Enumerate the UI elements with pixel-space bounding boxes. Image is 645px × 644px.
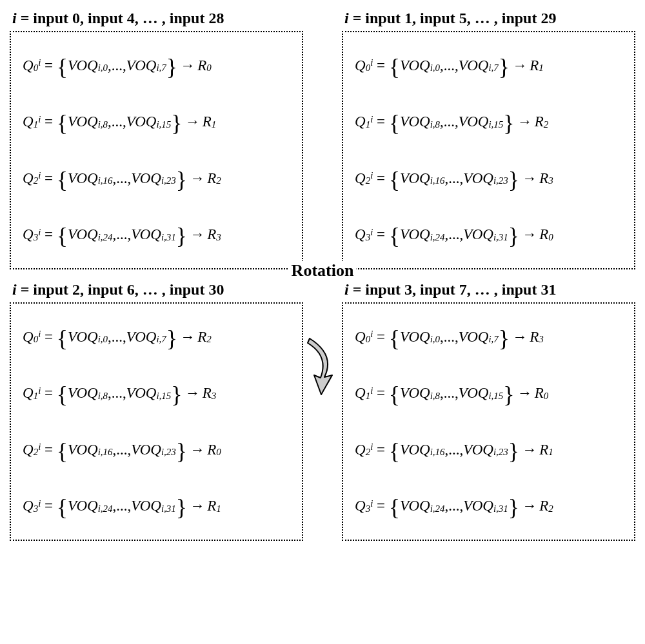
quad-2-title-text: = input 2, input 6, … , input 30: [17, 281, 224, 298]
rotation-arrow-icon: [300, 329, 345, 402]
quad-1-title-text: = input 1, input 5, … , input 29: [349, 10, 557, 26]
quad-2-box: Q0i = { VOQi,0,..., VOQi,7 }→ R2 Q1i = {…: [10, 302, 303, 541]
quad-1-title: i = input 1, input 5, … , input 29: [344, 10, 635, 27]
quad-0-title-i: i: [12, 10, 17, 26]
quad-0-title: i = input 0, input 4, … , input 28: [12, 10, 303, 27]
quad-0-box: Q0i = { VOQi,0,..., VOQi,7 }→ R0 Q1i = {…: [10, 31, 303, 269]
quad-3-eq-3: Q3i = { VOQi,24,..., VOQi,31 }→ R2: [355, 498, 628, 514]
diagram-grid: i = input 0, input 4, … , input 28 Q0i =…: [10, 10, 635, 541]
quad-2-eq-2: Q2i = { VOQi,16,..., VOQi,23 }→ R0: [23, 442, 295, 458]
quad-0-title-text: = input 0, input 4, … , input 28: [17, 10, 224, 26]
quad-3-title-i: i: [344, 281, 349, 298]
quad-0: i = input 0, input 4, … , input 28 Q0i =…: [10, 10, 303, 269]
quad-3-title: i = input 3, input 7, … , input 31: [344, 281, 635, 298]
quad-1-title-i: i: [344, 10, 349, 26]
quad-2-title-i: i: [12, 281, 17, 298]
quad-3-box: Q0i = { VOQi,0,..., VOQi,7 }→ R3 Q1i = {…: [342, 302, 635, 541]
quad-3-eq-1: Q1i = { VOQi,8,..., VOQi,15 }→ R0: [355, 385, 628, 402]
rotation-label: Rotation: [289, 261, 357, 280]
quad-2: i = input 2, input 6, … , input 30 Q0i =…: [10, 281, 303, 541]
quad-1-eq-0: Q0i = { VOQi,0,..., VOQi,7 }→ R1: [355, 57, 628, 74]
quad-1: i = input 1, input 5, … , input 29 Q0i =…: [342, 10, 635, 269]
quad-2-eq-0: Q0i = { VOQi,0,..., VOQi,7 }→ R2: [23, 329, 295, 346]
quad-0-eq-3: Q3i = { VOQi,24,..., VOQi,31 }→ R3: [23, 226, 295, 243]
quad-1-box: Q0i = { VOQi,0,..., VOQi,7 }→ R1 Q1i = {…: [342, 31, 635, 269]
quad-0-eq-0: Q0i = { VOQi,0,..., VOQi,7 }→ R0: [23, 57, 295, 74]
quad-0-eq-2: Q2i = { VOQi,16,..., VOQi,23 }→ R2: [23, 170, 295, 187]
quad-0-eq-1: Q1i = { VOQi,8,..., VOQi,15 }→ R1: [23, 113, 295, 130]
quad-1-eq-2: Q2i = { VOQi,16,..., VOQi,23 }→ R3: [355, 170, 628, 187]
quad-1-eq-3: Q3i = { VOQi,24,..., VOQi,31 }→ R0: [355, 226, 628, 243]
quad-2-eq-3: Q3i = { VOQi,24,..., VOQi,31 }→ R1: [23, 498, 295, 514]
quad-2-title: i = input 2, input 6, … , input 30: [12, 281, 303, 298]
quad-2-eq-1: Q1i = { VOQi,8,..., VOQi,15 }→ R3: [23, 385, 295, 402]
quad-1-eq-1: Q1i = { VOQi,8,..., VOQi,15 }→ R2: [355, 113, 628, 130]
quad-3: i = input 3, input 7, … , input 31 Q0i =…: [342, 281, 635, 541]
quad-3-eq-2: Q2i = { VOQi,16,..., VOQi,23 }→ R1: [355, 442, 628, 458]
quad-3-title-text: = input 3, input 7, … , input 31: [349, 281, 557, 298]
quad-3-eq-0: Q0i = { VOQi,0,..., VOQi,7 }→ R3: [355, 329, 628, 346]
